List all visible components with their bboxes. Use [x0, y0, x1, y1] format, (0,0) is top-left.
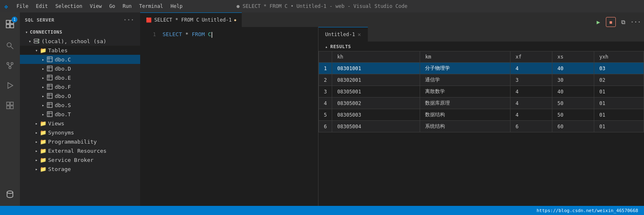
sidebar-title: SQL SERVER [25, 17, 54, 23]
svg-rect-27 [47, 75, 52, 80]
cell-1-km: 分子物理学 [420, 63, 510, 74]
server-node[interactable]: (local), school (sa) [20, 37, 140, 46]
status-url: https://blog.csdn.net/weixin_46570668 [534, 208, 641, 213]
menu-help[interactable]: Help [167, 2, 186, 10]
editor-tab-active[interactable]: 🟥 SELECT * FROM C Untitled-1 ● [140, 12, 242, 27]
run-button[interactable]: ▶ [593, 17, 603, 27]
tables-node[interactable]: 📁 Tables [20, 46, 140, 55]
section-folder-icon: 📁 [40, 156, 46, 163]
cell-3-kh: 08305001 [332, 86, 420, 98]
section-folder-icon: 📁 [40, 129, 46, 136]
col-header-xf: xf [510, 51, 552, 63]
activity-search[interactable] [0, 36, 20, 56]
sidebar-actions[interactable]: ··· [122, 16, 135, 24]
row-number-3: 3 [319, 86, 332, 98]
svg-rect-21 [47, 57, 52, 62]
section-service-broker[interactable]: 📁 Service Broker [20, 155, 140, 164]
svg-point-7 [11, 63, 13, 65]
table-label: dbo.F [55, 84, 71, 90]
table-item-dbo.C[interactable]: dbo.C [20, 55, 140, 64]
cell-6-km: 系统结构 [420, 121, 510, 132]
section-storage[interactable]: 📁 Storage [20, 164, 140, 173]
table-item-dbo.T[interactable]: dbo.T [20, 110, 140, 119]
table-item-dbo.O[interactable]: dbo.O [20, 91, 140, 100]
table-item-dbo.D[interactable]: dbo.D [20, 64, 140, 73]
svg-rect-39 [47, 112, 52, 117]
section-chevron [33, 121, 40, 126]
menu-terminal[interactable]: Terminal [136, 2, 167, 10]
activity-extensions2[interactable] [0, 95, 20, 115]
section-synonyms[interactable]: 📁 Synonyms [20, 128, 140, 137]
table-item-dbo.F[interactable]: dbo.F [20, 82, 140, 91]
section-views[interactable]: 📁 Views [20, 119, 140, 128]
table-chevron [40, 94, 46, 98]
section-label: Programmability [48, 139, 97, 145]
results-tab-close[interactable]: × [357, 31, 361, 38]
table-label: dbo.D [55, 66, 71, 72]
svg-rect-15 [10, 106, 13, 109]
menu-edit[interactable]: Edit [33, 2, 51, 10]
results-tab-active[interactable]: Untitled-1 × [318, 27, 368, 42]
cell-3-km: 离散数学 [420, 86, 510, 98]
svg-rect-24 [47, 66, 52, 71]
svg-rect-2 [6, 24, 10, 28]
tab-toolbar: ▶ ■ ⧉ ··· [590, 17, 644, 27]
cell-2-xs: 30 [552, 74, 594, 86]
results-table: kh km xf xs yxh 108301001分子物理学4400320830… [318, 51, 644, 132]
stop-button[interactable]: ■ [606, 17, 616, 27]
section-external-resources[interactable]: 📁 External Resources [20, 146, 140, 155]
cell-4-xf: 4 [510, 98, 552, 109]
activity-extensions[interactable]: 1 [0, 14, 20, 34]
split-editor-button[interactable]: ⧉ [618, 17, 628, 27]
table-label: dbo.C [55, 56, 71, 63]
svg-rect-14 [7, 106, 10, 109]
svg-rect-0 [6, 20, 10, 24]
tab-query-label: SELECT * FROM C [154, 17, 199, 23]
cell-1-yxh: 03 [594, 63, 644, 74]
table-item-dbo.S[interactable]: dbo.S [20, 100, 140, 110]
cell-4-yxh: 01 [594, 98, 644, 109]
results-tbody: 108301001分子物理学44003208302001通信学330023083… [319, 63, 644, 132]
svg-point-16 [7, 191, 13, 193]
svg-rect-33 [47, 93, 52, 98]
tables-label: Tables [48, 47, 68, 54]
table-label: dbo.S [55, 102, 71, 108]
cell-4-xs: 50 [552, 98, 594, 109]
menu-selection[interactable]: Selection [52, 2, 85, 10]
table-chevron [40, 66, 46, 71]
code-editor[interactable]: 1 SELECT * FROM C [140, 27, 318, 206]
activity-database[interactable] [0, 186, 20, 206]
cell-2-yxh: 02 [594, 74, 644, 86]
svg-point-19 [38, 39, 39, 40]
results-tabs: Untitled-1 × [318, 27, 644, 42]
result-row-4: 408305002数据库原理45001 [319, 98, 644, 109]
menu-go[interactable]: Go [106, 2, 118, 10]
section-folder-icon: 📁 [40, 166, 46, 172]
table-item-dbo.E[interactable]: dbo.E [20, 73, 140, 82]
connections-section[interactable]: CONNECTIONS [20, 27, 140, 37]
section-chevron [33, 167, 40, 171]
more-actions-button[interactable]: ··· [122, 16, 135, 24]
menu-view[interactable]: View [86, 2, 105, 10]
svg-point-20 [38, 42, 39, 43]
menu-run[interactable]: Run [119, 2, 135, 10]
tables-chevron [33, 48, 40, 53]
col-header-km: km [420, 51, 510, 63]
window-title: ● SELECT * FROM C • Untitled-1 - web - V… [237, 3, 408, 9]
activity-run[interactable] [0, 76, 20, 95]
tab-modified-dot: ● [234, 18, 236, 22]
result-row-6: 608305004系统结构66001 [319, 121, 644, 132]
sidebar-header: SQL SERVER ··· [20, 12, 140, 27]
more-button[interactable]: ··· [631, 17, 641, 27]
section-label: Storage [48, 166, 71, 172]
connections-chevron [23, 30, 30, 34]
tab-filename: Untitled-1 [202, 17, 231, 23]
id-c: C [208, 31, 211, 37]
menu-bar[interactable]: File Edit Selection View Go Run Terminal… [13, 2, 186, 10]
activity-source-control[interactable] [0, 56, 20, 76]
table-chevron [40, 57, 46, 62]
table-chevron [40, 112, 46, 117]
section-programmability[interactable]: 📁 Programmability [20, 137, 140, 146]
table-icon [46, 56, 53, 63]
menu-file[interactable]: File [13, 2, 32, 10]
